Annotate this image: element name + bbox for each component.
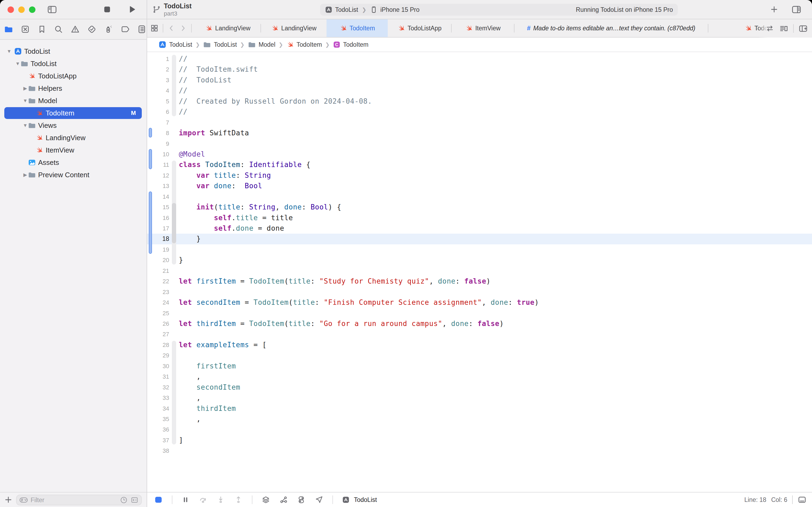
toggle-sidebar-icon[interactable] [47,5,57,14]
code-line[interactable]: 4// [147,86,812,96]
code-line[interactable]: 5// Created by Russell Gordon on 2024-04… [147,96,812,107]
code-line[interactable]: 1// [147,54,812,64]
breakpoints-toggle-icon[interactable] [154,496,163,504]
filter-icon[interactable] [19,496,28,504]
code-line[interactable]: 6// [147,107,812,117]
sidebar-item-itemview[interactable]: ItemView [0,144,147,156]
sidebar-item-preview-content[interactable]: ▶Preview Content [0,169,147,181]
chevron-down-icon[interactable]: ▼ [22,98,28,104]
code-line[interactable]: 20} [147,255,812,265]
pause-icon[interactable] [181,496,189,504]
sidebar-item-model[interactable]: ▼Model [0,95,147,107]
add-button[interactable] [770,5,778,13]
scheme-app-name[interactable]: TodoList [335,6,358,13]
editor-tab-made[interactable]: #Made to-do items editable an…text they … [515,19,708,37]
code-line[interactable]: 26let thirdItem = TodoItem(title: "Go fo… [147,319,812,329]
code-line[interactable]: 32 secondItem [147,382,812,393]
code-line[interactable]: 24let secondItem = TodoItem(title: "Fini… [147,297,812,308]
code-line[interactable]: 11class TodoItem: Identifiable { [147,160,812,170]
code-line[interactable]: 8import SwiftData [147,128,812,138]
source-editor[interactable]: 1//2// TodoItem.swift3// TodoList4//5// … [147,52,812,492]
code-line[interactable]: 16 self.title = title [147,213,812,223]
memory-graph-icon[interactable] [279,496,288,504]
code-line[interactable]: 29 [147,350,812,361]
sidebar-item-todolistapp[interactable]: TodoListApp [0,70,147,82]
editor-grid-icon[interactable] [151,24,159,32]
scheme-destination[interactable]: iPhone 15 Pro [380,6,419,13]
code-line[interactable]: 28let exampleItems = [ [147,340,812,350]
recent-files-icon[interactable] [120,496,128,504]
sidebar-item-landingview[interactable]: LandingView [0,131,147,144]
back-button[interactable] [168,24,175,32]
running-app-icon[interactable] [342,496,350,504]
sidebar-item-todoitem[interactable]: TodoItemM [0,107,147,119]
editor-tab-landingview[interactable]: LandingView [261,19,327,37]
breadcrumb-item-model[interactable]: Model [248,41,276,49]
code-review-icon[interactable] [765,24,774,33]
environment-overrides-icon[interactable] [297,496,305,504]
navigator-tab-find[interactable] [54,25,63,34]
code-line[interactable]: 9 [147,138,812,149]
simulate-location-icon[interactable] [315,496,323,504]
editor-tab-todolistapp[interactable]: TodoListApp [388,19,451,37]
code-line[interactable]: 12 var title: String [147,170,812,181]
navigator-tab-project[interactable] [4,25,13,34]
stop-button[interactable] [103,5,112,14]
editor-tab-landingview[interactable]: LandingView [195,19,260,37]
code-line[interactable]: 3// TodoList [147,75,812,86]
code-line[interactable]: 36 [147,424,812,435]
code-line[interactable]: 17 self.done = done [147,223,812,234]
code-line[interactable]: 7 [147,117,812,128]
editor-options-icon[interactable] [779,24,789,33]
editor-tab-todoitem[interactable]: TodoItem [327,19,388,37]
code-line[interactable]: 21 [147,266,812,276]
run-button[interactable] [127,5,136,14]
code-line[interactable]: 18 } [147,234,812,244]
code-line[interactable]: 15 init(title: String, done: Bool) { [147,202,812,212]
code-line[interactable]: 33 , [147,393,812,403]
forward-button[interactable] [179,24,187,32]
breadcrumb-item-todolist[interactable]: TodoList [203,41,237,49]
close-window-button[interactable] [7,6,14,13]
navigator-tab-issues[interactable] [71,25,80,34]
code-line[interactable]: 35 , [147,414,812,424]
toggle-inspector-icon[interactable] [792,5,801,14]
breadcrumb-item-todolist[interactable]: TodoList [159,41,192,49]
sidebar-item-todolist[interactable]: ▼TodoList [0,57,147,70]
code-line[interactable]: 38 [147,446,812,456]
code-line[interactable]: 19 [147,244,812,255]
filter-field[interactable]: Filter [16,495,142,505]
zoom-window-button[interactable] [29,6,36,13]
navigator-tab-source-control[interactable] [21,25,30,34]
code-line[interactable]: 14 [147,191,812,202]
chevron-down-icon[interactable]: ▼ [15,61,20,67]
add-editor-icon[interactable] [799,24,808,33]
chevron-right-icon[interactable]: ▶ [22,86,28,91]
breadcrumb-item-todoitem[interactable]: CTodoItem [333,41,369,48]
code-line[interactable]: 13 var done: Bool [147,181,812,191]
code-line[interactable]: 27 [147,329,812,339]
scheme-selector[interactable]: TodoList ❯ iPhone 15 Pro Running TodoLis… [320,4,678,15]
navigator-tab-bookmarks[interactable] [37,25,47,34]
code-line[interactable]: 31 , [147,372,812,382]
navigator-tab-reports[interactable] [137,25,147,34]
hide-debug-area-icon[interactable] [798,495,807,504]
navigator-tab-debug[interactable] [104,25,113,34]
code-line[interactable]: 34 thirdItem [147,403,812,414]
code-line[interactable]: 37] [147,435,812,446]
chevron-down-icon[interactable]: ▼ [22,123,28,128]
sidebar-item-assets[interactable]: Assets [0,156,147,169]
sidebar-item-helpers[interactable]: ▶Helpers [0,82,147,95]
add-file-button[interactable] [4,496,12,504]
sidebar-divider[interactable] [147,0,147,507]
sidebar-item-views[interactable]: ▼Views [0,119,147,131]
chevron-down-icon[interactable]: ▼ [6,49,12,54]
navigator-tab-breakpoints[interactable] [121,25,130,34]
code-line[interactable]: 25 [147,308,812,319]
code-line[interactable]: 23 [147,287,812,297]
editor-tab-itemview[interactable]: ItemView [452,19,514,37]
breadcrumb-item-todoitem[interactable]: TodoItem [286,41,322,48]
sidebar-item-todolist[interactable]: ▼TodoList [0,45,147,57]
view-hierarchy-icon[interactable] [262,496,270,504]
minimize-window-button[interactable] [18,6,25,13]
